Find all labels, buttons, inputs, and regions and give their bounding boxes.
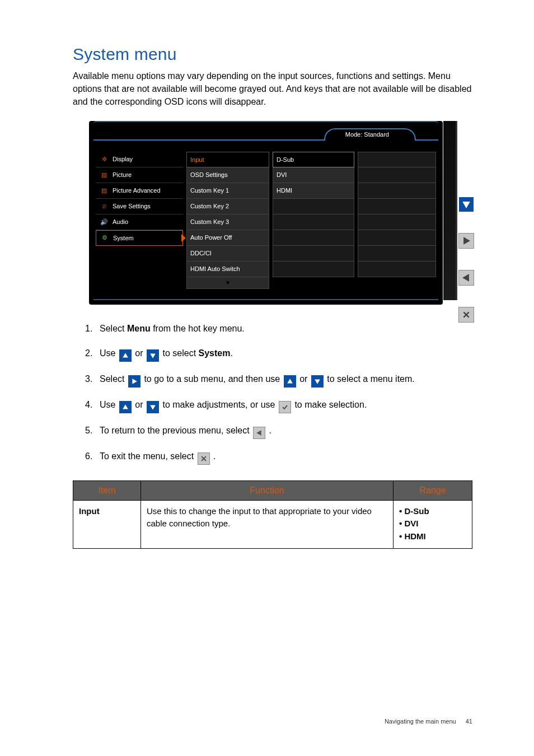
- osd-right-empty: [273, 246, 354, 262]
- osd-right-hdmi[interactable]: HDMI: [273, 183, 354, 199]
- osd-left-audio[interactable]: 🔊 Audio: [96, 214, 183, 230]
- osd-left-label: Save Settings: [113, 203, 151, 209]
- osd-mid-label: OSD Settings: [190, 171, 228, 178]
- osd-far-empty: [358, 152, 436, 167]
- picture-icon: ▧: [99, 171, 109, 179]
- picture-advanced-icon: ▨: [99, 187, 109, 194]
- osd-mid-custom1[interactable]: Custom Key 1: [186, 183, 269, 199]
- osd-mid-label: Custom Key 1: [190, 187, 229, 194]
- osd-mid-more[interactable]: [186, 277, 269, 289]
- cell-range: • D-Sub • DVI • HDMI: [394, 500, 472, 549]
- step-3: Select to go to a sub menu, and then use…: [85, 372, 472, 388]
- triangle-left-icon: [462, 274, 470, 282]
- osd-mid-osd-settings[interactable]: OSD Settings: [186, 167, 269, 183]
- osd-right-label: HDMI: [277, 187, 292, 194]
- step-1: Select Menu from the hot key menu.: [85, 321, 472, 336]
- system-icon: ⚙: [100, 234, 110, 241]
- osd-far-empty: [358, 246, 436, 262]
- close-icon: [198, 452, 210, 465]
- osd-far-empty: [358, 214, 436, 230]
- osd-mid-ddcci[interactable]: DDC/CI: [186, 246, 269, 262]
- down-icon: [311, 375, 324, 388]
- osd-mid-label: DDC/CI: [190, 250, 212, 256]
- cell-function: Use this to change the input to that app…: [141, 500, 394, 549]
- triangle-right-icon: [462, 237, 470, 245]
- osd-right-label: D-Sub: [277, 156, 294, 163]
- hardkey-close[interactable]: [458, 307, 474, 323]
- display-icon: ✲: [99, 156, 109, 163]
- osd-mid-label: HDMI Auto Switch: [190, 265, 240, 272]
- cross-icon: [462, 311, 470, 319]
- up-icon: [284, 375, 296, 388]
- osd-far-empty: [358, 230, 436, 246]
- active-arrow-icon: [181, 234, 186, 242]
- osd-far-empty: [358, 262, 436, 277]
- osd-mid-hdmiauto[interactable]: HDMI Auto Switch: [186, 262, 269, 277]
- osd-left-label: Audio: [113, 218, 128, 225]
- save-icon: ⎚: [99, 203, 109, 209]
- osd-mid-input[interactable]: Input: [186, 152, 269, 167]
- osd-right-empty: [273, 214, 354, 230]
- up-icon: [119, 401, 132, 413]
- osd-mid-label: Input: [190, 156, 204, 163]
- osd-left-system[interactable]: ⚙ System: [96, 230, 183, 246]
- osd-screenshot: Mode: Standard ✲ Display ▧ Picture ▨ Pic…: [89, 121, 476, 305]
- osd-far-empty: [358, 199, 436, 214]
- osd-right-empty: [273, 262, 354, 277]
- spec-table: Item Function Range Input Use this to ch…: [73, 480, 472, 549]
- step-6: To exit the menu, select .: [85, 449, 472, 465]
- down-icon: [147, 349, 159, 362]
- osd-left-save-settings[interactable]: ⎚ Save Settings: [96, 199, 183, 214]
- audio-icon: 🔊: [99, 218, 109, 226]
- step-5: To return to the previous menu, select .: [85, 423, 472, 439]
- intro-paragraph: Available menu options may vary dependin…: [73, 69, 472, 109]
- osd-left-label: Picture Advanced: [113, 187, 161, 194]
- osd-mid-label: Auto Power Off: [190, 234, 232, 241]
- osd-mid-menu: Input OSD Settings Custom Key 1 Custom K…: [186, 152, 269, 289]
- osd-right-dvi[interactable]: DVI: [273, 167, 354, 183]
- osd-right-menu: D-Sub DVI HDMI: [273, 152, 354, 289]
- osd-left-label: Display: [113, 156, 133, 162]
- osd-left-display[interactable]: ✲ Display: [96, 152, 183, 167]
- check-icon: [279, 401, 291, 413]
- side-hardware-keys: [456, 149, 476, 323]
- page-footer: Navigating the main menu 41: [385, 718, 472, 725]
- osd-left-picture-advanced[interactable]: ▨ Picture Advanced: [96, 183, 183, 199]
- osd-left-picture[interactable]: ▧ Picture: [96, 167, 183, 183]
- osd-left-menu: ✲ Display ▧ Picture ▨ Picture Advanced ⎚…: [96, 152, 183, 289]
- right-icon: [128, 375, 140, 388]
- osd-right-empty: [273, 230, 354, 246]
- left-icon: [253, 427, 265, 439]
- osd-mid-label: Custom Key 2: [190, 203, 229, 209]
- monitor-bezel: [443, 121, 457, 300]
- osd-far-menu: [358, 152, 436, 289]
- up-icon: [119, 349, 132, 362]
- osd-mid-label: Custom Key 3: [190, 218, 229, 225]
- osd-right-label: DVI: [277, 171, 287, 178]
- osd-left-label: System: [113, 235, 134, 241]
- down-icon: [147, 401, 159, 413]
- step-list: Select Menu from the hot key menu. Use o…: [73, 321, 472, 465]
- hardkey-right[interactable]: [458, 233, 474, 249]
- osd-far-empty: [358, 183, 436, 199]
- page-number: 41: [466, 718, 472, 725]
- cell-item: Input: [73, 500, 141, 549]
- mode-badge: Mode: Standard: [345, 131, 389, 138]
- table-row: Input Use this to change the input to th…: [73, 500, 472, 549]
- step-2: Use or to select System.: [85, 346, 472, 362]
- triangle-down-icon: [462, 200, 470, 208]
- osd-mid-autopoweroff[interactable]: Auto Power Off: [186, 230, 269, 246]
- osd-mid-custom3[interactable]: Custom Key 3: [186, 214, 269, 230]
- hardkey-down[interactable]: [459, 197, 474, 212]
- osd-far-empty: [358, 167, 436, 183]
- osd-left-label: Picture: [113, 171, 132, 178]
- osd-right-empty: [273, 199, 354, 214]
- osd-right-dsub[interactable]: D-Sub: [273, 152, 354, 167]
- page-title: System menu: [73, 45, 472, 64]
- th-range: Range: [394, 480, 472, 500]
- th-function: Function: [141, 480, 394, 500]
- osd-mid-custom2[interactable]: Custom Key 2: [186, 199, 269, 214]
- hardkey-left[interactable]: [458, 270, 474, 286]
- step-4: Use or to make adjustments, or use to ma…: [85, 398, 472, 413]
- footer-text: Navigating the main menu: [385, 718, 456, 725]
